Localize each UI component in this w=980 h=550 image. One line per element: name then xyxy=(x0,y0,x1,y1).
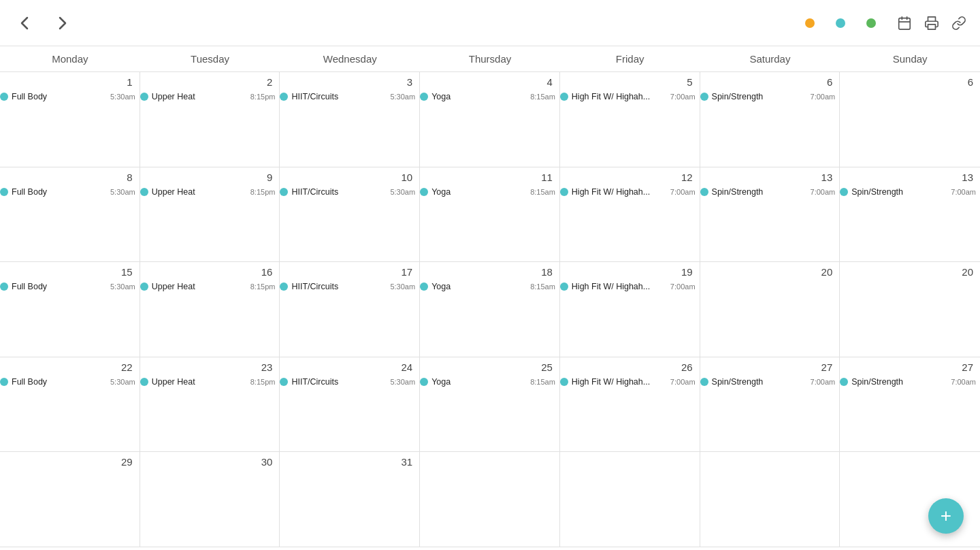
event-item[interactable]: Spin/Strength7:00am xyxy=(700,376,840,388)
event-item[interactable]: Full Body5:30am xyxy=(0,280,140,293)
event-dot xyxy=(420,282,428,291)
calendar-cell[interactable]: 6Spin/Strength7:00am xyxy=(700,72,840,167)
event-item[interactable]: Yoga8:15am xyxy=(420,280,559,293)
event-item[interactable]: HIIT/Circuits5:30am xyxy=(280,91,419,103)
calendar-cell[interactable]: 3HIIT/Circuits5:30am xyxy=(280,72,420,167)
calendar-cell[interactable]: 9Upper Heat8:15pm xyxy=(140,167,280,263)
cell-date-number: 6 xyxy=(840,76,980,88)
event-name: Spin/Strength xyxy=(712,377,807,387)
cell-date-number: 25 xyxy=(420,361,559,373)
cell-date-number: 16 xyxy=(140,266,280,278)
event-item[interactable]: Full Body5:30am xyxy=(0,376,140,388)
link-icon-button[interactable] xyxy=(951,16,966,31)
calendar-cell[interactable]: 31 xyxy=(280,452,420,547)
event-item[interactable]: Upper Heat8:15pm xyxy=(140,280,280,293)
calendar-cell[interactable]: 1Full Body5:30am xyxy=(0,72,140,167)
day-header-thursday: Thursday xyxy=(420,46,560,71)
calendar-cell[interactable]: 26High Fit W/ Highah...7:00am xyxy=(560,357,700,453)
event-item[interactable]: High Fit W/ Highah...7:00am xyxy=(560,376,700,388)
event-name: Upper Heat xyxy=(152,282,247,291)
add-appointment-fab[interactable]: + xyxy=(928,498,964,534)
calendar-cell[interactable]: 10HIIT/Circuits5:30am xyxy=(280,167,420,263)
event-item[interactable]: Full Body5:30am xyxy=(0,186,140,198)
calendar-cell[interactable] xyxy=(420,452,560,547)
event-item[interactable]: Spin/Strength7:00am xyxy=(840,376,980,388)
event-dot xyxy=(140,188,148,196)
print-icon-button[interactable] xyxy=(924,16,939,31)
event-item[interactable]: High Fit W/ Highah...7:00am xyxy=(560,186,700,198)
calendar-cell[interactable]: 27Spin/Strength7:00am xyxy=(700,357,840,453)
event-time: 5:30am xyxy=(390,93,415,101)
event-item[interactable]: High Fit W/ Highah...7:00am xyxy=(560,280,700,293)
calendar-cell-sunday[interactable]: 6 xyxy=(840,72,980,167)
calendar-cell[interactable]: 8Full Body5:30am xyxy=(0,167,140,263)
calendar-cell[interactable]: 4Yoga8:15am xyxy=(420,72,560,167)
event-time: 7:00am xyxy=(670,378,696,386)
event-item[interactable]: Upper Heat8:15pm xyxy=(140,186,280,198)
calendar-cell-sunday[interactable]: 20 xyxy=(840,262,980,357)
event-item[interactable]: Spin/Strength7:00am xyxy=(700,186,840,198)
event-name: Spin/Strength xyxy=(851,377,947,387)
event-time: 5:30am xyxy=(390,378,415,386)
event-time: 5:30am xyxy=(110,378,135,386)
event-item[interactable]: Yoga8:15am xyxy=(420,376,559,388)
prev-month-button[interactable] xyxy=(14,12,35,34)
event-item[interactable]: HIIT/Circuits5:30am xyxy=(280,376,419,388)
event-time: 8:15pm xyxy=(250,282,276,291)
event-item[interactable]: Yoga8:15am xyxy=(420,186,559,198)
event-dot xyxy=(700,378,708,386)
event-dot xyxy=(0,188,8,196)
cell-date-number: 10 xyxy=(280,172,419,183)
event-item[interactable]: High Fit W/ Highah...7:00am xyxy=(560,91,700,103)
cell-date-number: 8 xyxy=(0,172,140,183)
event-time: 7:00am xyxy=(951,378,976,386)
classes-dot xyxy=(836,18,845,28)
fab-plus-icon: + xyxy=(941,506,951,525)
calendar-cell[interactable]: 12High Fit W/ Highah...7:00am xyxy=(560,167,700,263)
calendar-cell[interactable]: 13Spin/Strength7:00am xyxy=(700,167,840,263)
calendar-cell[interactable]: 16Upper Heat8:15pm xyxy=(140,262,280,357)
calendar-cell[interactable]: 15Full Body5:30am xyxy=(0,262,140,357)
event-item[interactable]: Spin/Strength7:00am xyxy=(700,91,840,103)
calendar-cell[interactable]: 17HIIT/Circuits5:30am xyxy=(280,262,420,357)
event-item[interactable]: Upper Heat8:15pm xyxy=(140,91,280,103)
calendar-cell[interactable] xyxy=(560,452,700,547)
next-month-button[interactable] xyxy=(52,12,74,34)
calendar-cell[interactable]: 25Yoga8:15am xyxy=(420,357,560,453)
event-time: 7:00am xyxy=(670,93,696,101)
event-item[interactable]: HIIT/Circuits5:30am xyxy=(280,280,419,293)
calendar-icon-button[interactable] xyxy=(897,16,912,31)
calendar-cell-sunday[interactable] xyxy=(840,452,980,547)
calendar-cell[interactable]: 2Upper Heat8:15pm xyxy=(140,72,280,167)
calendar-cell[interactable]: 24HIIT/Circuits5:30am xyxy=(280,357,420,453)
calendar-cell[interactable]: 22Full Body5:30am xyxy=(0,357,140,453)
calendar-cell-sunday[interactable]: 13Spin/Strength7:00am xyxy=(840,167,980,263)
calendar-cell[interactable]: 5High Fit W/ Highah...7:00am xyxy=(560,72,700,167)
event-time: 5:30am xyxy=(390,282,415,291)
calendar-cell[interactable]: 11Yoga8:15am xyxy=(420,167,560,263)
event-name: Full Body xyxy=(12,377,107,387)
event-time: 7:00am xyxy=(951,188,976,196)
event-item[interactable]: Upper Heat8:15pm xyxy=(140,376,280,388)
day-header-wednesday: Wednesday xyxy=(280,46,420,71)
event-dot xyxy=(560,378,568,386)
cell-date-number: 9 xyxy=(140,172,280,183)
cell-date-number: 12 xyxy=(560,172,700,183)
calendar-cell[interactable]: 30 xyxy=(140,452,280,547)
calendar-cell[interactable]: 19High Fit W/ Highah...7:00am xyxy=(560,262,700,357)
calendar-cell[interactable]: 20 xyxy=(700,262,840,357)
calendar-cell[interactable]: 23Upper Heat8:15pm xyxy=(140,357,280,453)
event-item[interactable]: Spin/Strength7:00am xyxy=(840,186,980,198)
event-item[interactable]: Full Body5:30am xyxy=(0,91,140,103)
event-dot xyxy=(140,93,148,101)
event-dot xyxy=(560,93,568,101)
event-name: Upper Heat xyxy=(152,92,247,101)
calendar-cell[interactable]: 29 xyxy=(0,452,140,547)
calendar-cell[interactable]: 18Yoga8:15am xyxy=(420,262,560,357)
calendar-cell[interactable] xyxy=(700,452,840,547)
event-time: 8:15am xyxy=(530,378,555,386)
legend-appointments xyxy=(805,18,819,28)
event-item[interactable]: Yoga8:15am xyxy=(420,91,559,103)
calendar-cell-sunday[interactable]: 27Spin/Strength7:00am xyxy=(840,357,980,453)
event-item[interactable]: HIIT/Circuits5:30am xyxy=(280,186,419,198)
